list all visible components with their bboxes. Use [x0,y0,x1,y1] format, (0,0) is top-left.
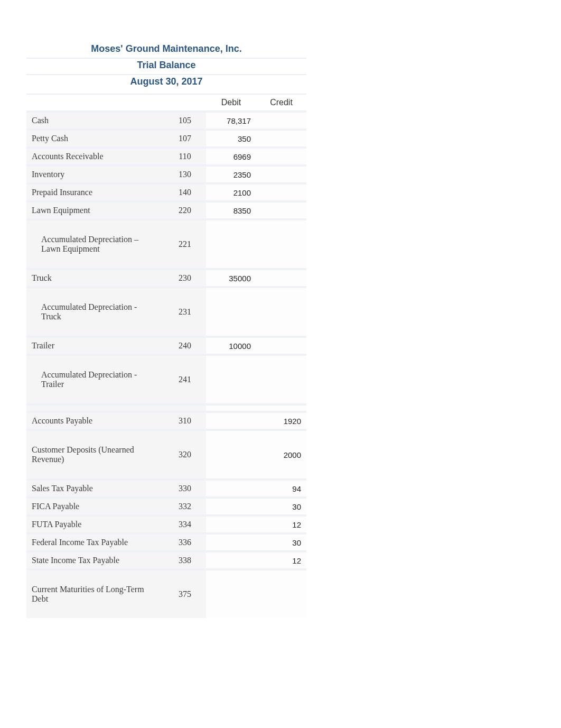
debit-cell [206,412,256,430]
account-label: Prepaid Insurance [26,183,164,201]
account-number: 107 [164,130,206,148]
credit-cell: 12 [256,515,306,533]
credit-cell: 30 [256,497,306,515]
debit-cell: 2100 [206,183,256,201]
debit-cell [206,533,256,551]
table-row: Sales Tax Payable33094 [26,480,306,497]
debit-cell: 78,317 [206,112,256,130]
trial-balance-table: Debit Credit Cash10578,317Petty Cash1073… [26,94,306,618]
account-label: Current Maturities of Long-Term Debt [26,569,164,618]
account-number: 110 [164,148,206,165]
table-row: FICA Payable33230 [26,497,306,515]
table-row: Lawn Equipment2208350 [26,201,306,219]
account-label: Customer Deposits (Unearned Revenue) [26,430,164,480]
table-row: Federal Income Tax Payable33630 [26,533,306,551]
credit-cell [256,112,306,130]
credit-cell: 12 [256,551,306,569]
credit-cell [256,355,306,404]
debit-cell: 8350 [206,201,256,219]
table-row: Accounts Payable3101920 [26,412,306,430]
table-row: Petty Cash107350 [26,130,306,148]
table-row: Accumulated Depreciation - Truck231 [26,287,306,337]
table-row [26,404,306,412]
credit-cell [256,287,306,337]
credit-cell [256,219,306,269]
account-label: Accounts Payable [26,412,164,430]
col-blank-1 [26,94,164,112]
account-label: Accounts Receivable [26,148,164,165]
debit-cell [206,219,256,269]
report-title: Trial Balance [26,58,306,74]
account-number: 336 [164,533,206,551]
debit-cell [206,497,256,515]
page: Moses' Ground Maintenance, Inc. Trial Ba… [0,0,561,639]
col-blank-2 [164,94,206,112]
account-label: Petty Cash [26,130,164,148]
account-number: 105 [164,112,206,130]
credit-cell [256,130,306,148]
account-label: Accumulated Depreciation - Truck [26,287,164,337]
debit-cell [206,430,256,480]
account-number: 332 [164,497,206,515]
account-label: State Income Tax Payable [26,551,164,569]
table-row: Current Maturities of Long-Term Debt375 [26,569,306,618]
account-number: 375 [164,569,206,618]
account-number: 140 [164,183,206,201]
account-label: Lawn Equipment [26,201,164,219]
report-header: Moses' Ground Maintenance, Inc. Trial Ba… [26,42,306,94]
company-name: Moses' Ground Maintenance, Inc. [26,42,306,58]
spacer-cell [26,404,164,412]
account-label: Trailer [26,337,164,355]
account-label: FICA Payable [26,497,164,515]
account-label: FUTA Payable [26,515,164,533]
account-number: 230 [164,269,206,287]
credit-cell: 2000 [256,430,306,480]
credit-cell: 30 [256,533,306,551]
credit-cell [256,165,306,183]
credit-cell [256,269,306,287]
debit-cell [206,287,256,337]
debit-cell: 6969 [206,148,256,165]
table-row: Truck23035000 [26,269,306,287]
trial-balance-sheet: Moses' Ground Maintenance, Inc. Trial Ba… [26,42,306,618]
account-number: 240 [164,337,206,355]
account-number: 320 [164,430,206,480]
account-number: 334 [164,515,206,533]
col-credit: Credit [256,94,306,112]
account-number: 130 [164,165,206,183]
debit-cell: 35000 [206,269,256,287]
debit-cell: 2350 [206,165,256,183]
col-debit: Debit [206,94,256,112]
table-row: State Income Tax Payable33812 [26,551,306,569]
credit-cell: 94 [256,480,306,497]
debit-cell [206,569,256,618]
report-date: August 30, 2017 [26,74,306,90]
account-number: 338 [164,551,206,569]
credit-cell [256,337,306,355]
credit-cell [256,201,306,219]
spacer-cell [206,404,256,412]
account-number: 220 [164,201,206,219]
table-row: FUTA Payable33412 [26,515,306,533]
credit-cell [256,148,306,165]
debit-cell: 10000 [206,337,256,355]
table-row: Prepaid Insurance1402100 [26,183,306,201]
account-label: Truck [26,269,164,287]
account-label: Accumulated Depreciation – Lawn Equipmen… [26,219,164,269]
table-header-row: Debit Credit [26,94,306,112]
spacer-cell [164,404,206,412]
debit-cell [206,355,256,404]
account-number: 310 [164,412,206,430]
account-label: Inventory [26,165,164,183]
account-number: 241 [164,355,206,404]
table-row: Cash10578,317 [26,112,306,130]
account-number: 330 [164,480,206,497]
table-row: Inventory1302350 [26,165,306,183]
account-label: Cash [26,112,164,130]
table-row: Accumulated Depreciation - Trailer241 [26,355,306,404]
debit-cell [206,515,256,533]
table-row: Trailer24010000 [26,337,306,355]
debit-cell [206,551,256,569]
table-row: Accounts Receivable1106969 [26,148,306,165]
credit-cell [256,569,306,618]
